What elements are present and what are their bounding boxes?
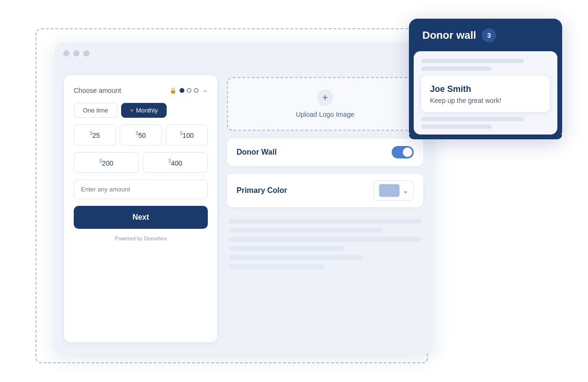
donor-wall-card-body: Joe Smith Keep up the great work!: [414, 51, 557, 135]
skeleton-line-1: [229, 219, 421, 224]
dw-skeleton-2: [421, 67, 492, 71]
donor-wall-row: Donor Wall: [227, 138, 423, 166]
skeleton-lines: [227, 215, 423, 273]
upload-label: Upload Logo Image: [296, 111, 354, 118]
step-dot-1: [187, 88, 192, 93]
primary-color-row: Primary Color ⌄: [227, 174, 423, 207]
upload-area[interactable]: + Upload Logo Image: [227, 77, 423, 131]
step-dot-active: [180, 88, 184, 93]
panel-header: Choose amount 🔒 →: [74, 87, 208, 94]
donor-testimonial-card: Joe Smith Keep up the great work!: [421, 76, 550, 112]
chevron-down-icon: ⌄: [403, 187, 408, 194]
scene: Choose amount 🔒 → One time ♥: [31, 14, 557, 368]
donor-count-badge: 3: [482, 28, 496, 43]
amount-btn-400[interactable]: $400: [143, 152, 208, 173]
dw-skeleton-3: [421, 117, 524, 121]
browser-dot-2: [73, 50, 79, 56]
donation-panel: Choose amount 🔒 → One time ♥: [64, 75, 217, 342]
amount-btn-50[interactable]: $50: [120, 124, 162, 146]
browser-content: Choose amount 🔒 → One time ♥: [55, 64, 433, 354]
step-dots: [180, 88, 199, 93]
one-time-button[interactable]: One time: [74, 103, 117, 118]
heart-icon: ♥: [130, 107, 134, 114]
skeleton-line-6: [229, 264, 325, 269]
donor-wall-skeleton-bottom: [421, 117, 550, 129]
color-swatch: [379, 184, 400, 197]
next-button[interactable]: Next: [74, 206, 208, 229]
custom-amount-input[interactable]: [74, 180, 208, 199]
toggle-knob: [403, 147, 412, 157]
upload-plus-icon: +: [317, 90, 333, 106]
card-bottom-pad: [409, 135, 562, 139]
color-picker-button[interactable]: ⌄: [373, 180, 414, 201]
skeleton-line-5: [229, 255, 363, 260]
donor-wall-card-header: Donor wall 3: [409, 19, 562, 51]
settings-panel: + Upload Logo Image Donor Wall Primary C…: [227, 75, 423, 342]
amount-btn-25[interactable]: $25: [74, 124, 116, 146]
amount-btn-200[interactable]: $200: [74, 152, 139, 173]
header-icons: 🔒 →: [170, 87, 208, 94]
amount-grid-2: $200 $400: [74, 152, 208, 173]
donor-wall-toggle[interactable]: [392, 146, 414, 158]
donor-wall-title: Donor wall: [422, 29, 476, 42]
arrow-right-icon: →: [202, 87, 208, 94]
browser-window: Choose amount 🔒 → One time ♥: [55, 43, 433, 354]
browser-dot-1: [63, 50, 69, 56]
primary-color-label: Primary Color: [237, 186, 287, 195]
powered-by: Powered by Donorbox: [74, 236, 208, 241]
donor-message: Keep up the great work!: [430, 97, 541, 104]
donor-wall-toggle-label: Donor Wall: [237, 148, 277, 157]
skeleton-line-2: [229, 228, 383, 233]
step-dot-2: [194, 88, 199, 93]
lock-icon: 🔒: [170, 87, 177, 94]
donor-wall-skeleton-top: [421, 59, 550, 71]
donor-name: Joe Smith: [430, 84, 541, 94]
dw-skeleton-1: [421, 59, 524, 63]
skeleton-line-4: [229, 246, 344, 251]
monthly-label: Monthly: [136, 107, 158, 114]
amount-btn-100[interactable]: $100: [166, 124, 208, 146]
frequency-toggle-row: One time ♥ Monthly: [74, 103, 208, 118]
monthly-button[interactable]: ♥ Monthly: [121, 103, 167, 118]
amount-grid: $25 $50 $100: [74, 124, 208, 146]
browser-titlebar: [55, 43, 433, 64]
choose-amount-label: Choose amount: [74, 87, 121, 94]
donor-wall-card: Donor wall 3 Joe Smith Keep up the great…: [409, 19, 562, 139]
browser-dot-3: [83, 50, 90, 56]
skeleton-line-3: [229, 237, 421, 242]
dw-skeleton-4: [421, 124, 492, 129]
